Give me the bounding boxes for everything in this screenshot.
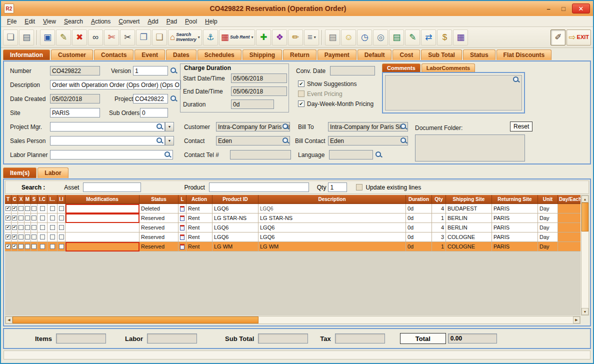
reset-button[interactable]: Reset [510,122,532,132]
customer-smiley-button[interactable]: ☺ [341,30,356,46]
cell-unit[interactable]: Day [538,214,558,223]
menu-actions[interactable]: Actions [87,16,114,26]
add-item-button[interactable]: ✚ [256,30,271,46]
cell-action[interactable]: Rent [186,232,212,242]
row-checkbox[interactable] [50,225,55,230]
save-button[interactable]: ▣ [40,30,55,46]
contact-search-icon[interactable] [282,137,290,144]
row-checkbox[interactable]: ✔ [12,216,17,220]
tab-item-s[interactable]: Item(s) [3,168,36,178]
sales-person-field[interactable] [50,136,165,146]
cell-product-id[interactable]: LG WM [212,242,258,252]
cell-day-each[interactable] [558,223,580,232]
row-checkbox[interactable] [25,234,30,240]
cell-check[interactable] [31,223,38,232]
cubes-button[interactable]: ▦ [453,30,468,46]
cell-modifications[interactable] [66,204,140,214]
row-checkbox[interactable] [25,244,30,249]
pool-button[interactable]: ❖ [272,30,287,46]
cell-check[interactable]: ✔ [12,232,18,242]
cell-check[interactable] [38,223,48,232]
show-suggestions-checkbox[interactable]: ✔ [298,80,304,87]
cell-duration[interactable]: 0d [406,214,432,223]
cell-check[interactable] [38,204,48,214]
notes-dropdown-arrow[interactable]: ▾ [314,35,316,40]
column-header-day-each[interactable]: Day/Each [558,195,580,204]
cell-shipping-site[interactable]: BUDAPEST [446,204,492,214]
cell-action[interactable]: Rent [186,204,212,214]
cell-day-each[interactable] [558,232,580,242]
menu-help[interactable]: Help [201,16,222,26]
column-header-i-i[interactable]: I.I [58,195,66,204]
tab-status[interactable]: Status [463,50,496,60]
books-button[interactable]: ▤ [389,30,404,46]
row-checkbox[interactable] [32,244,36,249]
cell-qty[interactable]: 4 [432,204,446,214]
tab-shipping[interactable]: Shipping [242,50,282,60]
cell-day-each[interactable] [558,204,580,214]
document-folder-box[interactable] [415,134,525,162]
cell-modifications[interactable] [66,214,140,223]
scroll-up-arrow[interactable]: ▲ [582,196,588,202]
tab-comments[interactable]: Comments [382,64,420,72]
table-row[interactable]: ✔✔ReservedRentLGQ6LGQ60d3COLOGNEPARISDay [5,232,580,242]
cell-status[interactable]: Reserved [140,214,178,223]
menu-pool[interactable]: Pool [181,16,201,26]
menu-add[interactable]: Add [144,16,162,26]
conv-date-field[interactable] [330,66,375,76]
row-checkbox[interactable] [25,216,30,220]
cell-l[interactable] [178,242,186,252]
cell-returning-site[interactable]: PARIS [492,232,538,242]
search-inventory-dropdown-arrow[interactable]: ▾ [198,35,200,40]
cell-check[interactable]: ✔ [5,232,12,242]
cell-returning-site[interactable]: PARIS [492,242,538,252]
cell-check[interactable] [18,242,24,252]
tab-flat-discounts[interactable]: Flat Discounts [496,50,552,60]
project-mgr-search-icon[interactable] [156,123,164,130]
cell-check[interactable] [48,223,58,232]
tab-default[interactable]: Default [358,50,392,60]
project-mgr-field[interactable] [50,122,165,132]
copy-button[interactable]: ❐ [136,30,151,46]
cut-button[interactable]: ✂ [120,30,135,46]
description-field[interactable]: Order with Operation Order (Ops Order) (… [50,80,181,90]
customer-search-icon[interactable] [282,123,290,130]
minimize-button[interactable]: – [542,4,555,14]
cell-l[interactable] [178,204,186,214]
sub-orders-field[interactable]: 0 [140,108,168,118]
money-button[interactable]: $ [437,30,452,46]
scroll-right-arrow[interactable]: ▶ [573,316,580,324]
column-header-modifications[interactable]: Modifications [66,195,140,204]
end-datetime-field[interactable]: 05/06/2018 [231,86,287,96]
row-checkbox[interactable] [50,206,55,211]
asset-input[interactable] [83,182,141,192]
row-checkbox[interactable]: ✔ [12,206,17,211]
cell-status[interactable]: Reserved [140,232,178,242]
tab-payment[interactable]: Payment [318,50,356,60]
menu-view[interactable]: View [39,16,60,26]
cell-check[interactable] [24,242,31,252]
cell-returning-site[interactable]: PARIS [492,204,538,214]
tab-laborcomments[interactable]: LaborComments [422,64,475,72]
customer-field[interactable]: Intra-Company for Paris Sit [216,122,290,132]
cell-description[interactable]: LG WM [258,242,406,252]
cell-check[interactable]: ✔ [5,204,12,214]
column-header-s[interactable]: S [31,195,38,204]
row-checkbox[interactable] [32,206,36,211]
cell-returning-site[interactable]: PARIS [492,223,538,232]
cell-day-each[interactable] [558,242,580,252]
cell-unit[interactable]: Day [538,223,558,232]
cell-check[interactable] [48,204,58,214]
site-field[interactable]: PARIS [50,108,100,118]
row-checkbox[interactable] [32,216,36,220]
cell-status[interactable]: Reserved [140,242,178,252]
row-checkbox[interactable] [59,216,64,220]
row-checkbox[interactable] [40,216,45,220]
date-created-field[interactable]: 05/02/2018 [50,94,100,104]
menu-pad[interactable]: Pad [162,16,181,26]
row-checkbox[interactable] [32,234,36,240]
table-row[interactable]: ✔✔ReservedRentLG WMLG WM0d1COLOGNEPARISD… [5,242,580,252]
row-checkbox[interactable]: ✔ [6,225,10,230]
project-mgr-dropdown-arrow[interactable]: ▼ [165,122,174,132]
cell-action[interactable]: Rent [186,214,212,223]
